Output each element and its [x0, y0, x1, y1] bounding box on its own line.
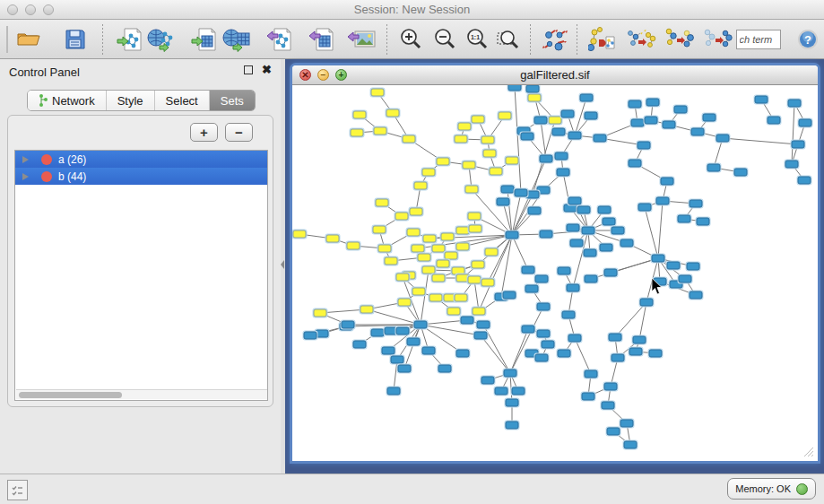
graph-node-blue[interactable] [537, 303, 550, 310]
graph-node-yellow[interactable] [414, 182, 427, 189]
graph-node-yellow[interactable] [412, 288, 425, 295]
network-window-close-icon[interactable]: ✕ [299, 69, 311, 81]
graph-node-yellow[interactable] [403, 135, 415, 143]
graph-node-blue[interactable] [638, 204, 651, 211]
set-list-item[interactable]: a (26) [15, 151, 267, 168]
graph-node-blue[interactable] [504, 369, 516, 377]
graph-node-blue[interactable] [391, 356, 403, 363]
scrollbar-thumb[interactable] [19, 392, 122, 398]
graph-node-blue[interactable] [703, 114, 716, 121]
graph-node-blue[interactable] [792, 141, 804, 148]
import-table-file-button[interactable] [190, 24, 220, 55]
graph-node-blue[interactable] [633, 336, 646, 343]
graph-node-blue[interactable] [611, 227, 624, 234]
graph-node-blue[interactable] [799, 119, 811, 126]
graph-node-blue[interactable] [562, 311, 575, 318]
graph-node-blue[interactable] [584, 249, 596, 256]
memory-status-button[interactable]: Memory: OK [727, 478, 816, 500]
graph-node-blue[interactable] [534, 117, 547, 124]
window-zoom-button[interactable] [43, 4, 54, 15]
graph-node-yellow[interactable] [468, 213, 481, 220]
graph-node-yellow[interactable] [468, 276, 481, 283]
graph-node-blue[interactable] [585, 275, 597, 282]
graph-node-blue[interactable] [690, 291, 702, 299]
graph-node-blue[interactable] [582, 227, 594, 234]
graph-node-blue[interactable] [382, 347, 395, 354]
graph-node-blue[interactable] [353, 341, 366, 348]
graph-node-yellow[interactable] [456, 243, 469, 250]
graph-node-yellow[interactable] [528, 94, 541, 101]
apply-layout-button[interactable] [541, 24, 570, 55]
graph-node-blue[interactable] [600, 244, 612, 251]
graph-node-blue[interactable] [535, 354, 548, 361]
graph-node-blue[interactable] [371, 329, 384, 336]
graph-node-blue[interactable] [598, 206, 611, 213]
collapse-arrow-icon[interactable] [281, 260, 284, 269]
graph-node-blue[interactable] [537, 330, 550, 337]
graph-node-blue[interactable] [609, 334, 621, 341]
graph-node-yellow[interactable] [353, 111, 366, 118]
graph-node-blue[interactable] [580, 94, 593, 101]
graph-node-blue[interactable] [661, 178, 673, 185]
graph-node-yellow[interactable] [455, 294, 467, 301]
graph-node-blue[interactable] [568, 132, 581, 139]
expand-selection-button[interactable] [664, 24, 695, 55]
expander-triangle-icon[interactable] [22, 156, 29, 163]
graph-node-blue[interactable] [477, 321, 490, 328]
graph-node-yellow[interactable] [441, 233, 454, 240]
graph-node-yellow[interactable] [469, 225, 481, 232]
graph-node-blue[interactable] [646, 99, 659, 106]
graph-node-blue[interactable] [629, 160, 641, 167]
graph-node-yellow[interactable] [360, 306, 373, 313]
graph-node-yellow[interactable] [437, 260, 449, 267]
graph-node-blue[interactable] [398, 365, 411, 372]
graph-node-blue[interactable] [438, 365, 451, 372]
toolbar-grip[interactable] [6, 26, 8, 53]
graph-node-blue[interactable] [568, 197, 581, 204]
graph-node-yellow[interactable] [376, 199, 388, 206]
graph-node-blue[interactable] [678, 215, 690, 222]
graph-node-yellow[interactable] [490, 168, 502, 175]
graph-node-blue[interactable] [557, 169, 569, 176]
graph-node-yellow[interactable] [396, 274, 409, 281]
graph-node-blue[interactable] [798, 177, 811, 184]
import-table-url-button[interactable] [221, 24, 251, 55]
graph-node-blue[interactable] [506, 399, 518, 406]
graph-node-blue[interactable] [407, 338, 420, 345]
graph-node-yellow[interactable] [422, 266, 435, 274]
graph-node-blue[interactable] [561, 110, 574, 117]
graph-node-blue[interactable] [542, 341, 554, 348]
set-list-item[interactable]: b (44) [15, 168, 267, 185]
open-session-button[interactable] [13, 24, 43, 55]
graph-node-blue[interactable] [342, 321, 354, 328]
graph-node-blue[interactable] [602, 402, 614, 409]
graph-node-blue[interactable] [788, 100, 801, 107]
close-panel-icon[interactable]: ✖ [262, 65, 272, 74]
graph-node-blue[interactable] [558, 267, 570, 274]
network-window-titlebar[interactable]: ✕ − + galFiltered.sif [292, 65, 818, 85]
graph-node-blue[interactable] [707, 164, 720, 171]
graph-node-blue[interactable] [585, 370, 597, 378]
graph-node-blue[interactable] [522, 326, 534, 333]
remove-set-button[interactable]: − [225, 123, 253, 142]
graph-node-yellow[interactable] [481, 136, 494, 143]
graph-node-yellow[interactable] [445, 252, 457, 259]
graph-node-blue[interactable] [508, 85, 521, 91]
float-panel-icon[interactable] [244, 65, 253, 74]
graph-node-blue[interactable] [629, 348, 642, 355]
graph-node-yellow[interactable] [481, 279, 494, 286]
graph-node-blue[interactable] [690, 200, 702, 207]
graph-node-blue[interactable] [521, 133, 533, 140]
graph-node-blue[interactable] [567, 224, 579, 231]
graph-node-yellow[interactable] [373, 226, 386, 233]
graph-node-yellow[interactable] [473, 308, 485, 315]
horizontal-scrollbar[interactable] [16, 389, 268, 399]
graph-node-blue[interactable] [495, 387, 507, 395]
graph-node-yellow[interactable] [386, 109, 399, 117]
graph-node-blue[interactable] [716, 135, 729, 142]
graph-node-blue[interactable] [526, 85, 539, 92]
graph-node-yellow[interactable] [347, 242, 360, 249]
graph-node-blue[interactable] [604, 383, 617, 390]
graph-node-blue[interactable] [649, 350, 662, 357]
graph-node-blue[interactable] [667, 262, 680, 269]
